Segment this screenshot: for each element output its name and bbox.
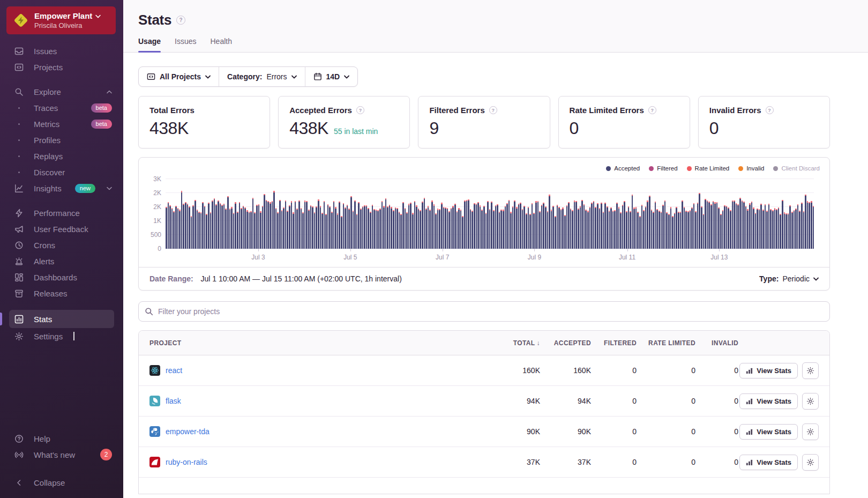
legend-item-filtered[interactable]: Filtered xyxy=(649,165,677,172)
legend-item-invalid[interactable]: Invalid xyxy=(738,165,764,172)
project-search-input[interactable] xyxy=(138,301,830,322)
chart-bar xyxy=(707,200,708,249)
usage-chart-panel: Accepted Filtered Rate Limited Invalid C… xyxy=(138,157,830,291)
help-icon[interactable]: ? xyxy=(489,106,497,114)
legend-item-client-discard[interactable]: Client Discard xyxy=(773,165,820,172)
chart-bar xyxy=(714,202,716,249)
sidebar-item-stats[interactable]: Stats xyxy=(9,310,114,328)
card-title: Invalid Errors xyxy=(709,106,761,115)
sidebar-item-releases[interactable]: Releases xyxy=(9,285,114,301)
org-switcher[interactable]: Empower Plant Priscila Oliveira xyxy=(6,6,116,34)
project-link[interactable]: empower-tda xyxy=(166,427,209,436)
type-dropdown[interactable]: Type: Periodic xyxy=(759,274,819,283)
sidebar-item-dashboards[interactable]: Dashboards xyxy=(9,269,114,285)
sidebar-item-explore[interactable]: Explore xyxy=(9,84,114,100)
chart-bar xyxy=(171,208,173,249)
column-header-project[interactable]: PROJECT xyxy=(149,339,492,347)
column-header-accepted[interactable]: ACCEPTED xyxy=(540,339,591,347)
chart-bar xyxy=(778,207,780,249)
column-header-invalid[interactable]: INVALID xyxy=(695,339,738,347)
sidebar-item-profiles[interactable]: Profiles xyxy=(9,132,114,148)
column-header-filtered[interactable]: FILTERED xyxy=(591,339,637,347)
chart-bar xyxy=(523,206,525,249)
project-settings-button[interactable] xyxy=(802,454,819,471)
column-header-rate-limited[interactable]: RATE LIMITED xyxy=(637,339,695,347)
legend-item-rate-limited[interactable]: Rate Limited xyxy=(687,165,730,172)
date-range-dropdown[interactable]: 14D xyxy=(305,67,358,86)
chart-bar xyxy=(799,211,800,249)
bullet-icon xyxy=(14,152,24,161)
table-row: empower-tda 90K 90K 0 0 0 View Stats xyxy=(139,417,829,447)
project-link[interactable]: react xyxy=(166,366,182,375)
sidebar-item-help[interactable]: Help xyxy=(9,430,114,447)
chart-bar xyxy=(431,200,433,249)
help-icon[interactable]: ? xyxy=(648,106,656,114)
sidebar-item-user-feedback[interactable]: User Feedback xyxy=(9,221,114,237)
sidebar-item-whats-new[interactable]: What's new 2 xyxy=(9,447,114,463)
stat-cards: Total Errors 438K Accepted Errors? 438K5… xyxy=(138,96,830,148)
chevron-left-icon xyxy=(14,478,24,487)
x-axis-tick-label: Jul 11 xyxy=(619,254,635,261)
chart-bar xyxy=(575,201,577,249)
sidebar-collapse-button[interactable]: Collapse xyxy=(9,474,114,490)
chart-bar xyxy=(722,210,724,249)
view-stats-button[interactable]: View Stats xyxy=(739,455,798,470)
project-link[interactable]: flask xyxy=(166,397,181,405)
view-stats-button[interactable]: View Stats xyxy=(739,424,798,440)
type-label: Type: xyxy=(759,274,779,283)
cell-accepted: 90K xyxy=(540,427,591,436)
sidebar-item-performance[interactable]: Performance xyxy=(9,205,114,221)
chart-bar xyxy=(772,210,774,249)
chart-bar xyxy=(368,208,369,249)
chart-bar xyxy=(227,196,229,249)
project-link[interactable]: ruby-on-rails xyxy=(166,458,207,466)
sidebar-item-label: What's new xyxy=(34,450,75,459)
project-filter-dropdown[interactable]: All Projects xyxy=(139,67,219,86)
view-stats-button[interactable]: View Stats xyxy=(739,393,798,409)
column-header-total[interactable]: TOTAL↓ xyxy=(492,339,540,347)
project-settings-button[interactable] xyxy=(802,393,819,410)
sidebar-item-insights[interactable]: Insights new xyxy=(9,180,114,196)
tab-issues[interactable]: Issues xyxy=(175,37,196,52)
chart-bar xyxy=(256,205,258,249)
chart-bar xyxy=(680,212,682,249)
chevron-down-icon xyxy=(205,75,211,79)
chart-bar xyxy=(416,205,417,249)
sidebar-item-crons[interactable]: Crons xyxy=(9,237,114,253)
page-help-icon[interactable]: ? xyxy=(176,16,185,25)
sidebar-item-settings[interactable]: Settings xyxy=(9,328,114,344)
project-settings-button[interactable] xyxy=(802,423,819,440)
y-axis-tick-label: 0 xyxy=(158,245,161,252)
help-icon[interactable]: ? xyxy=(356,106,364,114)
sidebar-item-metrics[interactable]: Metrics beta xyxy=(9,116,114,132)
chart-bar xyxy=(408,204,410,249)
chart-bar xyxy=(191,216,192,249)
view-stats-button[interactable]: View Stats xyxy=(739,363,798,378)
chart-bar xyxy=(635,207,637,249)
cell-accepted: 37K xyxy=(540,458,591,466)
project-settings-button[interactable] xyxy=(802,362,819,379)
chart-bar xyxy=(391,207,392,249)
sidebar-item-projects[interactable]: Projects xyxy=(9,59,114,75)
sidebar-item-replays[interactable]: Replays xyxy=(9,148,114,164)
x-axis-tick xyxy=(350,249,351,251)
chart-bar xyxy=(221,205,223,249)
sidebar-item-traces[interactable]: Traces beta xyxy=(9,100,114,116)
chart-bar xyxy=(393,210,394,249)
sidebar-item-discover[interactable]: Discover xyxy=(9,164,114,180)
sidebar-item-alerts[interactable]: Alerts xyxy=(9,253,114,269)
gear-icon xyxy=(806,397,814,405)
help-icon[interactable]: ? xyxy=(766,106,774,114)
category-filter-dropdown[interactable]: Category: Errors xyxy=(219,67,304,86)
chart-bar xyxy=(293,212,294,249)
tab-health[interactable]: Health xyxy=(211,37,232,52)
chart-bar xyxy=(690,210,691,249)
chart-bar xyxy=(489,209,491,249)
chart-bar xyxy=(460,210,462,249)
tab-usage[interactable]: Usage xyxy=(138,37,161,52)
chart-bar xyxy=(784,212,785,249)
page-header: Stats ? Usage Issues Health xyxy=(123,0,868,53)
chart-bar xyxy=(331,212,333,249)
legend-item-accepted[interactable]: Accepted xyxy=(606,165,640,172)
sidebar-item-issues[interactable]: Issues xyxy=(9,43,114,59)
